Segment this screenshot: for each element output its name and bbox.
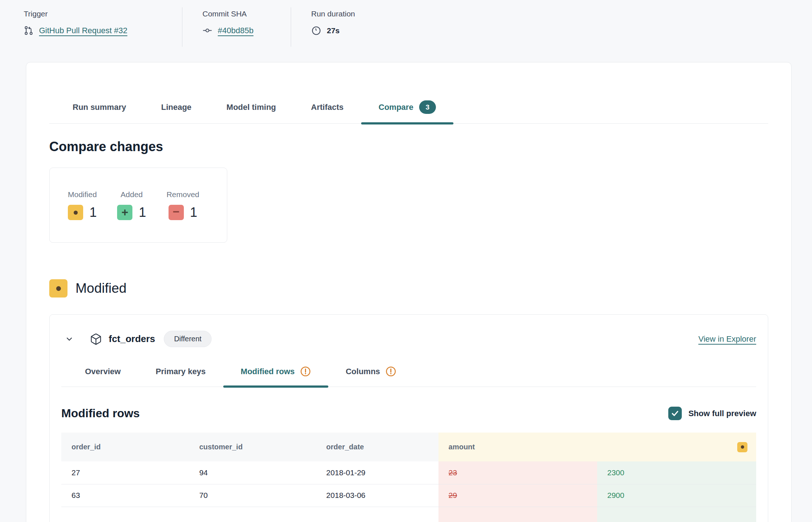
- run-meta-bar: Trigger GitHub Pull Request #32 Commit S…: [24, 7, 355, 47]
- added-icon: +: [117, 205, 132, 220]
- tab-primary-keys[interactable]: Primary keys: [138, 366, 223, 387]
- cell-amount-new: [597, 507, 756, 522]
- duration-value: 27s: [327, 26, 340, 35]
- status-badge-different: Different: [164, 331, 212, 347]
- compare-changes-title: Compare changes: [49, 139, 768, 154]
- modified-rows-title: Modified rows: [61, 407, 140, 420]
- commit-icon: [202, 26, 212, 35]
- tab-run-summary[interactable]: Run summary: [55, 100, 144, 123]
- run-tabs: Run summary Lineage Model timing Artifac…: [49, 100, 768, 124]
- modified-group-heading: Modified: [49, 279, 768, 298]
- cell-order-date: [316, 507, 438, 522]
- cell-amount-new: 2300: [597, 461, 756, 484]
- stat-removed-count: 1: [190, 205, 197, 220]
- stat-added-label: Added: [121, 190, 143, 199]
- modified-rows-table: order_id customer_id order_date amount 2…: [61, 433, 756, 522]
- cell-customer-id: 70: [189, 484, 316, 507]
- commit-meta: Commit SHA #40bd85b: [182, 7, 291, 47]
- stat-added: Added + 1: [117, 190, 146, 220]
- compare-stats-card: Modified 1 Added + 1 Removed − 1: [49, 168, 227, 243]
- model-name: fct_orders: [109, 333, 155, 345]
- cell-customer-id: 94: [189, 461, 316, 484]
- tab-modified-rows[interactable]: Modified rows: [223, 366, 328, 387]
- cell-order-id: 63: [61, 484, 189, 507]
- commit-sha-link[interactable]: #40bd85b: [218, 26, 254, 35]
- trigger-meta: Trigger GitHub Pull Request #32: [24, 7, 182, 47]
- stat-added-count: 1: [139, 205, 146, 220]
- warning-icon: [386, 366, 396, 377]
- trigger-link[interactable]: GitHub Pull Request #32: [39, 26, 127, 35]
- cell-amount-old: 29: [438, 484, 597, 507]
- removed-icon: −: [169, 205, 184, 220]
- tab-overview[interactable]: Overview: [67, 366, 138, 387]
- warning-icon: [300, 366, 311, 377]
- show-full-preview-label: Show full preview: [688, 409, 756, 418]
- compare-count-badge: 3: [419, 100, 436, 114]
- duration-meta: Run duration 27s: [291, 7, 355, 47]
- trigger-label: Trigger: [24, 9, 182, 18]
- chevron-down-icon[interactable]: [65, 335, 74, 343]
- model-box-icon: [90, 333, 102, 345]
- cell-order-id: [61, 507, 189, 522]
- modified-column-icon: [737, 442, 747, 452]
- duration-label: Run duration: [311, 9, 355, 18]
- show-full-preview-toggle[interactable]: Show full preview: [668, 407, 756, 420]
- modified-icon: [49, 279, 67, 298]
- tab-compare[interactable]: Compare 3: [361, 100, 453, 123]
- cell-amount-old: [438, 507, 597, 522]
- view-in-explorer-link[interactable]: View in Explorer: [698, 334, 756, 344]
- column-header-amount: amount: [438, 433, 756, 461]
- model-header: fct_orders Different View in Explorer: [61, 315, 756, 347]
- tab-artifacts[interactable]: Artifacts: [294, 100, 361, 123]
- clock-icon: [311, 26, 321, 36]
- tab-model-timing[interactable]: Model timing: [209, 100, 294, 123]
- cell-customer-id: [189, 507, 316, 522]
- checkbox-checked-icon[interactable]: [668, 407, 682, 420]
- column-header-order-id: order_id: [61, 433, 189, 461]
- column-header-order-date: order_date: [316, 433, 438, 461]
- model-sub-tabs: Overview Primary keys Modified rows Colu…: [61, 366, 756, 387]
- cell-amount-new: 2900: [597, 484, 756, 507]
- modified-group-title: Modified: [76, 281, 127, 296]
- column-header-customer-id: customer_id: [189, 433, 316, 461]
- tab-columns[interactable]: Columns: [328, 366, 414, 387]
- stat-modified: Modified 1: [68, 190, 97, 220]
- run-detail-card: Run summary Lineage Model timing Artifac…: [26, 62, 792, 522]
- model-card-fct-orders: fct_orders Different View in Explorer Ov…: [49, 314, 768, 522]
- table-header-row: order_id customer_id order_date amount: [61, 433, 756, 461]
- commit-label: Commit SHA: [202, 9, 291, 18]
- pull-request-icon: [24, 26, 34, 35]
- table-row: 63 70 2018-03-06 29 2900: [61, 484, 756, 507]
- cell-amount-old: 23: [438, 461, 597, 484]
- stat-modified-count: 1: [89, 205, 97, 220]
- cell-order-date: 2018-03-06: [316, 484, 438, 507]
- modified-icon: [68, 205, 83, 220]
- table-row: [61, 507, 756, 522]
- modified-rows-panel-head: Modified rows Show full preview: [61, 407, 756, 420]
- stat-removed-label: Removed: [166, 190, 199, 199]
- stat-modified-label: Modified: [68, 190, 97, 199]
- tab-lineage[interactable]: Lineage: [144, 100, 209, 123]
- cell-order-id: 27: [61, 461, 189, 484]
- cell-order-date: 2018-01-29: [316, 461, 438, 484]
- table-row: 27 94 2018-01-29 23 2300: [61, 461, 756, 484]
- stat-removed: Removed − 1: [166, 190, 199, 220]
